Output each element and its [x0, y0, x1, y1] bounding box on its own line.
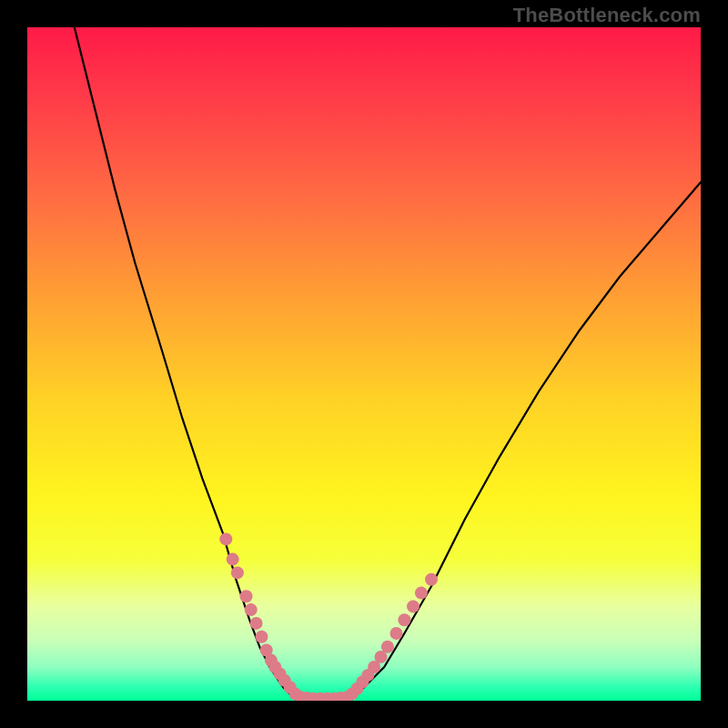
sample-marker [227, 553, 239, 566]
sample-marker [398, 613, 410, 626]
sample-marker [219, 532, 232, 545]
sample-marker [256, 631, 268, 643]
bottleneck-curve [75, 27, 701, 701]
sample-marker [231, 566, 244, 579]
sample-marker [245, 603, 258, 616]
curve-layer [27, 27, 701, 701]
sample-markers [219, 532, 438, 701]
plot-area [27, 27, 701, 701]
sample-marker [425, 573, 438, 586]
sample-marker [240, 590, 253, 602]
sample-marker [390, 627, 403, 640]
sample-marker [381, 641, 394, 653]
sample-marker [415, 587, 428, 600]
sample-marker [250, 617, 263, 630]
watermark-text: TheBottleneck.com [27, 4, 701, 27]
sample-marker [407, 600, 420, 612]
